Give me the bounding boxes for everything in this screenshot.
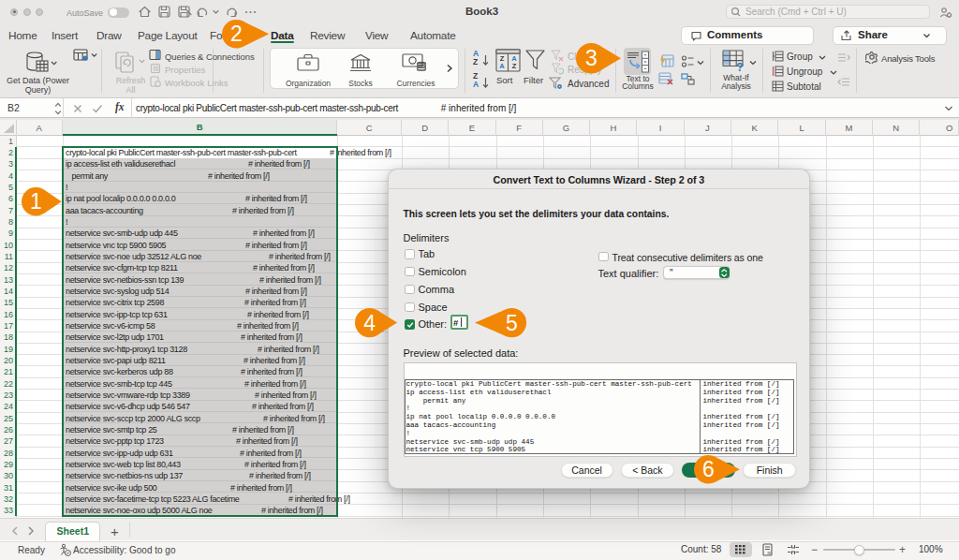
svg-text:Z: Z (512, 62, 517, 70)
svg-text:A: A (499, 62, 505, 70)
svg-text:2: 2 (230, 22, 243, 46)
svg-text:4: 4 (364, 310, 376, 334)
svg-text:6: 6 (702, 457, 715, 481)
svg-text:3: 3 (585, 46, 598, 70)
svg-text:?: ? (736, 60, 744, 72)
svg-text:1: 1 (30, 189, 42, 214)
svg-text:5: 5 (506, 310, 518, 334)
